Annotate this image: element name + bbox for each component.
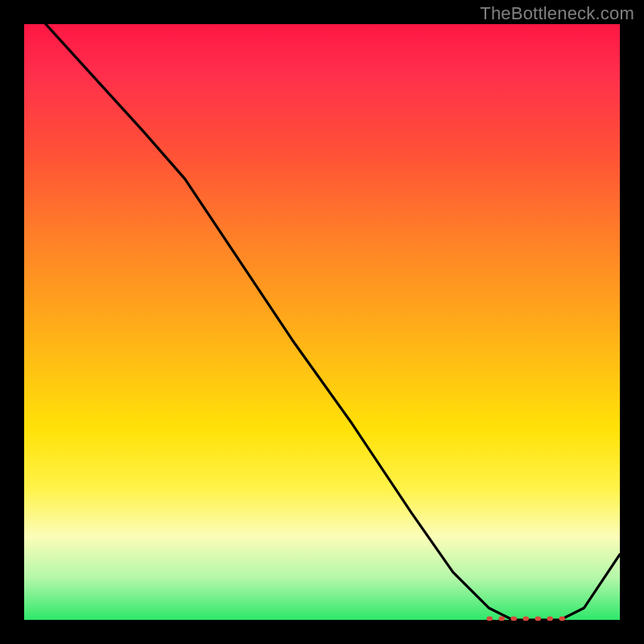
chart-svg [24, 24, 620, 620]
watermark-text: TheBottleneck.com [480, 3, 634, 24]
chart-frame: TheBottleneck.com [0, 0, 644, 644]
bottleneck-curve [24, 0, 620, 620]
